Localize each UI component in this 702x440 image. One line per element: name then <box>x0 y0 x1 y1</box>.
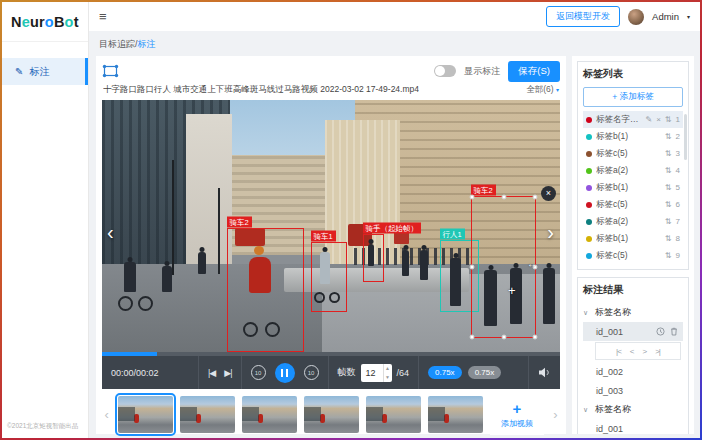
add-label-button[interactable]: + 添加标签 <box>583 87 683 107</box>
trash-icon[interactable] <box>670 327 678 336</box>
video-thumbnail[interactable] <box>180 396 235 433</box>
label-name: 标签c(5) <box>596 199 661 211</box>
resize-handle[interactable] <box>533 335 538 340</box>
bounding-box[interactable]: 骑车2 <box>227 228 304 352</box>
label-color-dot <box>586 185 592 191</box>
stepper-down-icon[interactable]: ▼ <box>384 373 392 382</box>
swap-order-icon[interactable]: ⇅ <box>665 132 672 141</box>
result-item[interactable]: id_001 <box>583 419 683 434</box>
rewind-10-button[interactable]: 10 <box>251 365 266 380</box>
history-icon[interactable] <box>656 327 665 336</box>
result-group-header[interactable]: ∨ 标签名称 <box>583 303 683 322</box>
result-item[interactable]: id_001 <box>583 322 683 341</box>
swap-order-icon[interactable]: ⇅ <box>665 251 672 260</box>
stepper-up-icon[interactable]: ▲ <box>384 364 392 373</box>
add-video-button[interactable]: + 添加视频 <box>490 395 544 435</box>
first-frame-icon[interactable]: |< <box>616 347 621 356</box>
frame-number-input[interactable]: 12 ▲▼ <box>361 364 392 382</box>
plus-icon: + <box>612 92 617 102</box>
label-row[interactable]: 标签b(1) ⇅ 8 <box>583 230 683 247</box>
resize-handle[interactable] <box>501 195 506 200</box>
resize-handle[interactable] <box>533 195 538 200</box>
show-annotation-toggle[interactable] <box>434 65 456 77</box>
video-thumbnail[interactable] <box>366 396 421 433</box>
collapse-menu-icon[interactable]: ≡ <box>99 10 107 23</box>
time-display: 00:00/00:02 <box>111 368 159 378</box>
video-controls: 00:00/00:02 |◀ ▶| 10 10 帧数 12 <box>102 356 560 389</box>
back-to-model-dev-button[interactable]: 返回模型开发 <box>546 6 620 27</box>
user-name[interactable]: Admin <box>652 11 679 22</box>
label-row[interactable]: 标签a(2) ⇅ 7 <box>583 213 683 230</box>
speed-button-inactive[interactable]: 0.75x <box>468 366 502 379</box>
swap-order-icon[interactable]: ⇅ <box>665 217 672 226</box>
label-row[interactable]: 标签b(1) ⇅ 5 <box>583 179 683 196</box>
video-thumbnail[interactable] <box>242 396 297 433</box>
thumb-scroll-right-icon[interactable]: › <box>551 407 560 422</box>
thumb-scroll-left-icon[interactable]: ‹ <box>102 407 111 422</box>
pause-button[interactable] <box>275 363 295 383</box>
label-row[interactable]: 标签c(5) ⇅ 3 <box>583 145 683 162</box>
label-color-dot <box>586 219 592 225</box>
swap-order-icon[interactable]: ⇅ <box>665 234 672 243</box>
resize-handle[interactable] <box>470 335 475 340</box>
sidebar-item-label: 标注 <box>29 65 49 79</box>
label-order: 8 <box>676 234 680 243</box>
bounding-box[interactable]: 骑车1 <box>311 242 347 312</box>
resize-handle[interactable] <box>470 265 475 270</box>
delete-label-icon[interactable]: × <box>656 115 661 124</box>
next-page-icon[interactable]: > <box>643 347 647 356</box>
swap-order-icon[interactable]: ⇅ <box>665 115 672 124</box>
last-frame-icon[interactable]: >| <box>655 347 660 356</box>
swap-order-icon[interactable]: ⇅ <box>665 200 672 209</box>
swap-order-icon[interactable]: ⇅ <box>665 166 672 175</box>
edit-label-icon[interactable]: ✎ <box>645 115 652 124</box>
breadcrumb: 目标追踪/标注 <box>89 31 700 56</box>
logo-text: o <box>45 14 54 30</box>
frame-number-value[interactable]: 12 <box>361 364 383 382</box>
resize-cursor-icon: ↔ <box>527 258 537 269</box>
user-caret-icon[interactable]: ▾ <box>687 13 690 20</box>
video-progress-bar[interactable] <box>102 352 560 356</box>
scrollbar-thumb[interactable] <box>684 114 687 160</box>
video-thumbnail[interactable] <box>304 396 359 433</box>
label-list-panel: 标签列表 + 添加标签 标签名字最长数... ✎ × ⇅ 1 标签b(1) ⇅ <box>577 61 689 270</box>
annotation-layer: 骑车2骑车1骑手（起始帧）行人1骑车2× <box>102 100 560 352</box>
swap-order-icon[interactable]: ⇅ <box>665 183 672 192</box>
frame-pagination: |< < > >| <box>595 342 681 360</box>
filter-value: 全部(6) <box>526 84 553 94</box>
video-next-icon[interactable]: › <box>547 222 554 242</box>
video-thumbnail[interactable] <box>118 396 173 433</box>
filter-dropdown[interactable]: 全部(6) ▾ <box>526 84 559 96</box>
label-name: 标签c(5) <box>596 148 661 160</box>
rect-select-tool-icon[interactable] <box>102 64 119 78</box>
forward-10-button[interactable]: 10 <box>304 365 319 380</box>
label-row[interactable]: 标签c(5) ⇅ 6 <box>583 196 683 213</box>
avatar[interactable] <box>628 9 644 25</box>
result-item[interactable]: id_003 <box>583 381 683 400</box>
volume-icon[interactable] <box>538 367 551 378</box>
logo-text: ur <box>30 14 45 30</box>
label-order: 1 <box>676 115 680 124</box>
save-button[interactable]: 保存(S) <box>508 61 560 82</box>
sidebar-item-annotate[interactable]: ✎ 标注 <box>2 58 88 85</box>
label-row[interactable]: 标签名字最长数... ✎ × ⇅ 1 <box>583 111 683 128</box>
resize-handle[interactable] <box>501 335 506 340</box>
video-thumbnail[interactable] <box>428 396 483 433</box>
result-id: id_003 <box>596 386 623 396</box>
bounding-box[interactable]: 骑手（起始帧） <box>363 234 384 282</box>
video-prev-icon[interactable]: ‹ <box>107 222 114 242</box>
speed-button-active[interactable]: 0.75x <box>428 366 462 379</box>
swap-order-icon[interactable]: ⇅ <box>665 149 672 158</box>
delete-box-icon[interactable]: × <box>541 186 556 201</box>
next-frame-button[interactable]: ▶| <box>224 368 231 378</box>
result-group-header[interactable]: ∨ 标签名称 <box>583 400 683 419</box>
video-player[interactable]: 骑车2骑车1骑手（起始帧）行人1骑车2× ‹ › + ↔ <box>102 100 560 352</box>
label-row[interactable]: 标签c(5) ⇅ 9 <box>583 247 683 264</box>
prev-frame-button[interactable]: |◀ <box>208 368 215 378</box>
resize-handle[interactable] <box>470 195 475 200</box>
prev-page-icon[interactable]: < <box>630 347 634 356</box>
label-row[interactable]: 标签a(2) ⇅ 4 <box>583 162 683 179</box>
breadcrumb-parent[interactable]: 目标追踪 <box>99 39 135 49</box>
result-item[interactable]: id_002 <box>583 362 683 381</box>
label-row[interactable]: 标签b(1) ⇅ 2 <box>583 128 683 145</box>
